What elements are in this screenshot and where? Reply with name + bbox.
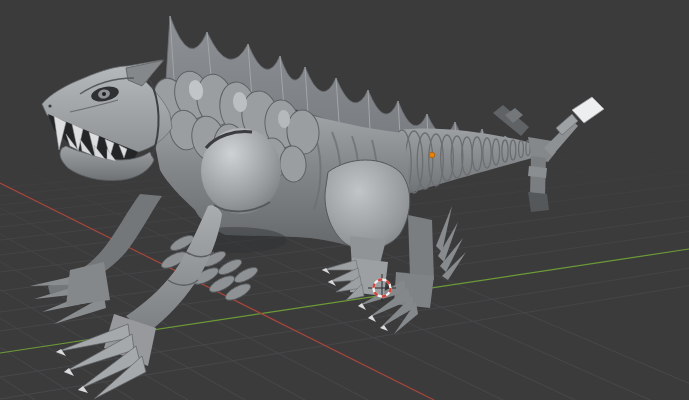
3d-viewport[interactable] bbox=[0, 0, 689, 400]
creature-nostril bbox=[48, 104, 51, 107]
object-origin-dot[interactable] bbox=[429, 152, 435, 158]
